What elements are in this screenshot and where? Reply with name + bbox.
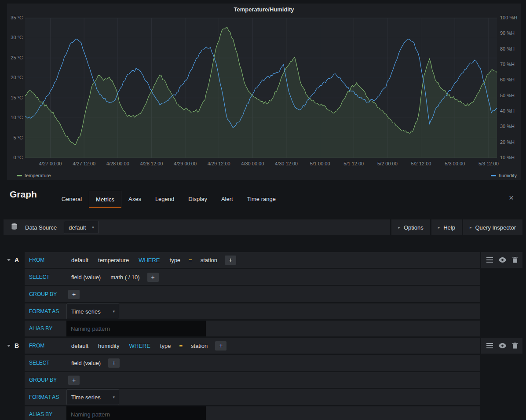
query-inspector-button[interactable]: ▸ Query Inspector [463,219,522,235]
editor-tabs: General Metrics Axes Legend Display Aler… [55,190,283,208]
datasource-main: Data Source default ▾ [4,219,390,235]
query-a-groupby-row: GROUP BY + [25,286,522,302]
panel-type-title: Graph [10,189,37,200]
query-inspector-label: Query Inspector [475,224,516,231]
where-keyword: WHERE [124,343,155,349]
format-as-select[interactable]: Time series ▾ [66,303,119,319]
time-series-chart[interactable] [7,4,521,180]
select-keyword: SELECT [25,360,66,366]
query-b: B FROM default humidity WHERE type = sta… [4,338,522,420]
query-menu-icon[interactable] [486,342,494,349]
query-a-collapse[interactable]: A [7,252,19,268]
query-a-select-row: SELECT field (value) math ( / 10) + [25,269,522,285]
database-icon [11,223,18,232]
groupby-keyword: GROUP BY [25,377,66,383]
legend-label: humidity [499,173,517,178]
collapse-query-icon [7,345,11,347]
from-datasource-segment[interactable]: default [66,257,93,263]
format-as-select[interactable]: Time series ▾ [66,389,119,405]
where-tag-key-segment[interactable]: type [165,257,186,263]
query-a-alias-row: ALIAS BY [25,321,522,336]
tab-general[interactable]: General [55,190,89,208]
alias-by-keyword: ALIAS BY [25,411,66,417]
from-keyword: FROM [25,343,66,349]
datasource-label: Data Source [25,224,57,231]
query-ref-letter: A [15,256,19,263]
query-b-groupby-row: GROUP BY + [25,372,522,388]
tab-time-range[interactable]: Time range [240,190,283,208]
from-measurement-segment[interactable]: humidity [93,343,124,349]
where-tag-key-segment[interactable]: type [155,343,176,349]
close-editor-icon[interactable]: × [509,194,514,202]
tab-legend[interactable]: Legend [148,190,181,208]
temperature-series-swatch [17,175,22,176]
grafana-panel-edit-page: Temperature/Humidity temperature humidit… [0,0,526,420]
collapse-query-icon [7,259,11,261]
add-groupby-button[interactable]: + [68,376,80,385]
help-button[interactable]: ▸ Help [431,219,462,235]
toggle-visibility-eye-icon[interactable] [498,256,507,263]
add-select-part-button[interactable]: + [147,273,159,282]
humidity-series-swatch [491,175,496,176]
datasource-selected-value: default [69,224,86,231]
from-measurement-segment[interactable]: temperature [93,257,134,263]
alias-by-keyword: ALIAS BY [25,325,66,332]
where-operator-segment[interactable]: = [175,343,186,349]
options-button[interactable]: ▸ Options [391,219,430,235]
format-as-value: Time series [71,394,101,401]
chevron-right-icon: ▸ [398,225,400,230]
tab-alert[interactable]: Alert [214,190,240,208]
format-as-keyword: FORMAT AS [25,308,66,314]
where-tag-value-segment[interactable]: station [196,257,222,263]
caret-down-icon: ▾ [113,309,115,314]
alias-by-input[interactable] [66,321,206,336]
datasource-row: Data Source default ▾ ▸ Options ▸ Help ▸… [4,219,522,235]
where-operator-segment[interactable]: = [185,257,196,263]
where-keyword: WHERE [134,257,164,263]
graph-panel: Temperature/Humidity temperature humidit… [7,4,521,180]
query-b-select-row: SELECT field (value) + [25,355,522,371]
from-datasource-segment[interactable]: default [66,343,93,349]
chevron-right-icon: ▸ [470,225,472,230]
query-b-from-row: FROM default humidity WHERE type = stati… [25,338,522,354]
add-condition-button[interactable]: + [215,341,226,351]
select-math-segment[interactable]: math ( / 10) [106,274,144,281]
caret-down-icon: ▾ [113,395,115,399]
select-field-segment[interactable]: field (value) [66,360,106,366]
help-label: Help [443,224,455,231]
panel-editor-header: Graph General Metrics Axes Legend Displa… [0,186,526,208]
delete-query-trash-icon[interactable] [511,256,519,264]
toggle-visibility-eye-icon[interactable] [498,342,507,349]
query-editor: Data Source default ▾ ▸ Options ▸ Help ▸… [4,219,522,420]
legend-label: temperature [25,173,51,178]
caret-down-icon: ▾ [92,225,94,230]
query-b-alias-row: ALIAS BY [25,406,522,420]
query-ref-letter: B [15,342,19,349]
tab-metrics[interactable]: Metrics [89,191,121,208]
tab-axes[interactable]: Axes [121,190,148,208]
delete-query-trash-icon[interactable] [511,342,519,350]
select-field-segment[interactable]: field (value) [66,274,106,281]
tab-display[interactable]: Display [181,190,214,208]
query-a: A FROM default temperature WHERE type = … [4,252,522,336]
chevron-right-icon: ▸ [438,225,440,230]
add-select-part-button[interactable]: + [108,358,120,368]
format-as-keyword: FORMAT AS [25,394,66,400]
select-keyword: SELECT [25,274,66,280]
options-label: Options [404,224,424,231]
alias-by-input[interactable] [66,406,206,420]
groupby-keyword: GROUP BY [25,291,66,297]
legend-item-temperature[interactable]: temperature [17,173,51,178]
query-a-format-row: FORMAT AS Time series ▾ [25,303,522,319]
query-a-from-row: FROM default temperature WHERE type = st… [25,252,522,268]
datasource-select[interactable]: default ▾ [64,221,99,234]
add-condition-button[interactable]: + [225,256,236,265]
query-b-format-row: FORMAT AS Time series ▾ [25,389,522,405]
add-groupby-button[interactable]: + [68,290,80,299]
query-b-collapse[interactable]: B [7,338,19,354]
where-tag-value-segment[interactable]: station [186,343,212,349]
legend-item-humidity[interactable]: humidity [491,173,517,178]
from-keyword: FROM [25,257,66,263]
query-menu-icon[interactable] [486,256,494,263]
format-as-value: Time series [71,308,101,315]
